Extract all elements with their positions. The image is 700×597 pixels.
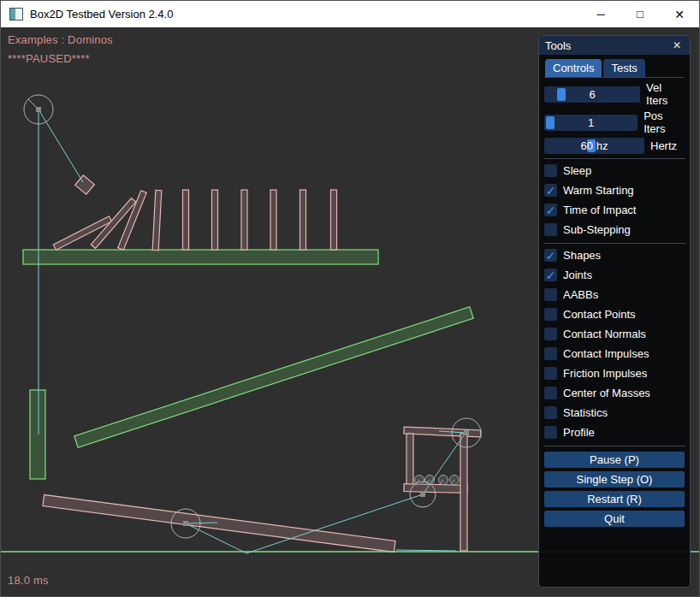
checkbox-aabbs[interactable]: AABBs: [544, 288, 685, 301]
app-icon: [9, 8, 23, 21]
checkbox-empty[interactable]: [544, 288, 557, 301]
checkbox-contact-normals[interactable]: Contact Normals: [544, 328, 685, 340]
joint-anchor: [420, 492, 425, 497]
checkbox-label: Sleep: [563, 164, 591, 177]
vel-iters-label: Vel Iters: [646, 81, 685, 107]
checkbox-group-draw: ✓Shapes✓JointsAABBsContact PointsContact…: [544, 249, 685, 439]
tab-tests[interactable]: Tests: [603, 59, 644, 77]
joint-anchor: [464, 430, 469, 435]
maximize-button[interactable]: □: [620, 1, 660, 27]
frame-time-label: 18.0 ms: [8, 574, 49, 587]
pos-iters-label: Pos Iters: [644, 109, 685, 135]
physics-body-dynamic: [152, 190, 162, 250]
joint-anchor: [183, 521, 188, 526]
window-title: Box2D Testbed Version 2.4.0: [30, 8, 173, 21]
joint-anchor: [36, 107, 41, 112]
physics-body-dynamic: [331, 190, 337, 250]
physics-body-dynamic: [460, 434, 467, 551]
pos-iters-slider[interactable]: 1: [544, 115, 638, 131]
tools-panel-titlebar[interactable]: Tools ✕: [539, 36, 690, 55]
joint-line: [39, 109, 83, 182]
physics-body-dynamic: [241, 190, 247, 250]
checkbox-center-of-masses[interactable]: Center of Masses: [544, 387, 685, 399]
checkmark-icon[interactable]: ✓: [544, 184, 557, 197]
checkmark-icon[interactable]: ✓: [544, 249, 557, 262]
checkbox-label: AABBs: [563, 288, 598, 301]
checkbox-label: Contact Points: [563, 308, 636, 321]
checkbox-empty[interactable]: [544, 406, 557, 419]
client-area: Examples : Dominos ****PAUSED**** 18.0 m…: [1, 27, 699, 596]
checkmark-icon[interactable]: ✓: [544, 204, 557, 216]
physics-body-dynamic: [43, 495, 395, 553]
hertz-label: Hertz: [650, 139, 677, 152]
close-button[interactable]: ✕: [660, 1, 699, 27]
window-controls: ─ □ ✕: [581, 1, 699, 27]
checkbox-statistics[interactable]: Statistics: [544, 406, 685, 419]
checkbox-contact-impulses[interactable]: Contact Impulses: [544, 347, 685, 360]
slider-value: 1: [588, 116, 594, 129]
minimize-button[interactable]: ─: [581, 1, 620, 27]
button-group: Pause (P)Single Step (O)Restart (R)Quit: [544, 452, 685, 527]
checkbox-empty[interactable]: [544, 387, 557, 399]
checkbox-label: Center of Masses: [563, 387, 650, 399]
checkbox-label: Sub-Stepping: [563, 223, 631, 236]
vel-iters-slider[interactable]: 6: [544, 86, 640, 103]
physics-body-dynamic: [406, 434, 413, 488]
physics-body-dynamic: [183, 190, 189, 250]
slider-value: 60 hz: [581, 139, 608, 152]
window-titlebar[interactable]: Box2D Testbed Version 2.4.0 ─ □ ✕: [1, 1, 699, 27]
checkbox-label: Shapes: [563, 249, 601, 262]
checkbox-joints[interactable]: ✓Joints: [544, 269, 685, 281]
restart-r-button[interactable]: Restart (R): [544, 491, 685, 507]
checkbox-empty[interactable]: [544, 328, 557, 340]
single-step-o-button[interactable]: Single Step (O): [544, 471, 685, 488]
checkmark-icon[interactable]: ✓: [544, 269, 557, 281]
physics-body-static: [30, 390, 45, 479]
checkbox-label: Contact Normals: [563, 328, 646, 340]
checkbox-warm-starting[interactable]: ✓Warm Starting: [544, 184, 685, 197]
checkbox-label: Contact Impulses: [563, 347, 649, 360]
checkbox-empty[interactable]: [544, 426, 557, 439]
quit-button[interactable]: Quit: [544, 511, 685, 527]
physics-body-dynamic: [404, 427, 481, 437]
panel-close-icon[interactable]: ✕: [670, 39, 684, 51]
hertz-slider[interactable]: 60 hz: [544, 138, 644, 154]
physics-body-dynamic: [212, 190, 218, 250]
pause-p-button[interactable]: Pause (P): [544, 452, 685, 468]
checkbox-contact-points[interactable]: Contact Points: [544, 308, 685, 321]
tab-bar: ControlsTests: [544, 59, 685, 78]
checkbox-label: Joints: [563, 269, 592, 281]
physics-body-static: [23, 250, 378, 264]
checkbox-label: Profile: [563, 426, 595, 439]
app-window: Box2D Testbed Version 2.4.0 ─ □ ✕ Exampl…: [0, 0, 700, 597]
checkbox-empty[interactable]: [544, 308, 557, 321]
separator: [543, 243, 685, 244]
slider-group: 6Vel Iters1Pos Iters60 hzHertz: [544, 81, 685, 154]
slider-value: 6: [589, 88, 595, 101]
checkbox-profile[interactable]: Profile: [544, 426, 685, 439]
separator: [543, 158, 685, 159]
checkbox-friction-impulses[interactable]: Friction Impulses: [544, 367, 685, 380]
checkbox-label: Time of Impact: [563, 204, 636, 216]
checkbox-time-of-impact[interactable]: ✓Time of Impact: [544, 204, 685, 216]
checkbox-group-solver: Sleep✓Warm Starting✓Time of ImpactSub-St…: [544, 164, 685, 236]
physics-body-dynamic: [75, 175, 95, 194]
checkbox-label: Warm Starting: [563, 184, 634, 197]
checkbox-sleep[interactable]: Sleep: [544, 164, 685, 177]
tools-panel: Tools ✕ ControlsTests 6Vel Iters1Pos Ite…: [538, 35, 691, 588]
physics-body-dynamic: [300, 190, 306, 250]
checkbox-label: Friction Impulses: [563, 367, 647, 380]
slider-grab[interactable]: [557, 88, 566, 101]
checkbox-empty[interactable]: [544, 347, 557, 360]
joint-line: [396, 550, 456, 551]
physics-body-dynamic: [270, 190, 276, 250]
example-label: Examples : Dominos: [8, 33, 113, 46]
checkbox-empty[interactable]: [544, 164, 557, 177]
tab-controls[interactable]: Controls: [545, 59, 602, 77]
checkbox-shapes[interactable]: ✓Shapes: [544, 249, 685, 262]
checkbox-sub-stepping[interactable]: Sub-Stepping: [544, 223, 685, 236]
paused-label: ****PAUSED****: [8, 52, 90, 65]
checkbox-empty[interactable]: [544, 367, 557, 380]
slider-grab[interactable]: [546, 116, 555, 129]
checkbox-empty[interactable]: [544, 223, 557, 236]
